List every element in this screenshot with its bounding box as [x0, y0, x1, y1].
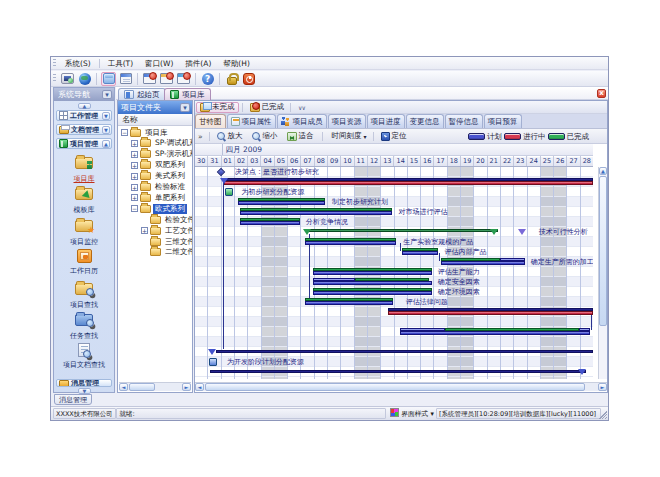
view-tab-label: 项目成员	[293, 117, 323, 127]
gantt-toolbar-separator	[373, 132, 374, 141]
menu-item-1[interactable]: 系统(S)	[59, 57, 97, 70]
gantt-vertical-scrollbar[interactable]: ▲	[598, 167, 607, 379]
filter-button-complete[interactable]: 已完成	[247, 102, 288, 113]
menu-item-5[interactable]: 帮助(H)	[217, 57, 256, 70]
tree-node-1[interactable]: −项目库	[121, 127, 170, 138]
sidebar-item-6[interactable]: 任务查找	[56, 311, 112, 341]
gantt-toolbar-button-3[interactable]: 适合	[284, 131, 319, 142]
toolbar-button-power[interactable]	[241, 72, 256, 86]
sidebar-item-3[interactable]: 项目监控	[56, 217, 112, 247]
sidebar-scroll-up-button[interactable]: ▲	[78, 103, 91, 109]
expand-plus-icon[interactable]: +	[141, 227, 148, 234]
toolbar-button-window-badge[interactable]	[159, 72, 174, 86]
toolbar-button-window-title[interactable]	[118, 72, 133, 86]
toolbar-button-chart-badge[interactable]	[176, 72, 191, 86]
gantt-day-27: 27	[567, 156, 580, 166]
filterbar-separator	[242, 103, 243, 112]
gantt-horizontal-scrollbar[interactable]: ◄►	[195, 382, 607, 391]
view-tab-5[interactable]: 项目进度	[367, 114, 405, 128]
toolbar-button-calendar-badge[interactable]	[142, 72, 157, 86]
tree-horizontal-scrollbar[interactable]: ◄►	[119, 382, 191, 391]
gantt-toolbar-button-5[interactable]: 定位	[378, 131, 412, 142]
toolbar-button-help[interactable]	[200, 72, 215, 86]
sidebar-group-1[interactable]: 工作管理▼	[56, 110, 112, 121]
interface-style-button[interactable]: 界面样式 ▾	[388, 408, 435, 419]
tree-node-6[interactable]: +检验标准	[131, 182, 187, 193]
tree-node-11[interactable]: 三维文件	[141, 236, 192, 247]
menu-item-2[interactable]: 工具(T)	[102, 57, 139, 70]
tree-column-header[interactable]: 名称	[118, 114, 192, 126]
view-tab-1[interactable]: 甘特图	[195, 114, 226, 128]
document-tab-start-page[interactable]: 起始页	[118, 88, 166, 100]
expand-plus-icon[interactable]: +	[131, 151, 138, 158]
chevron-down-icon[interactable]: ▼	[102, 126, 110, 134]
scroll-thumb[interactable]	[129, 383, 155, 391]
gantt-toolbar-button-1[interactable]: 放大	[214, 131, 248, 142]
expand-plus-icon[interactable]: +	[131, 173, 138, 180]
expand-plus-icon[interactable]: +	[131, 162, 138, 169]
sidebar-item-4[interactable]: 工作日历	[56, 248, 112, 276]
pin-icon[interactable]: ▾	[180, 103, 190, 112]
tree-node-2[interactable]: +SP-调试机系	[131, 138, 192, 149]
chevron-down-icon[interactable]: ▼	[102, 112, 110, 120]
toolbar-button-lock[interactable]	[224, 72, 239, 86]
chevron-up-icon[interactable]: ▲	[102, 140, 110, 148]
sidebar-group-bottom[interactable]: 消息管理	[56, 379, 112, 387]
view-tab-label: 项目预算	[488, 117, 518, 127]
toolbar-grip-handle[interactable]	[53, 74, 56, 83]
expand-plus-icon[interactable]: +	[131, 140, 138, 147]
tree-node-10[interactable]: +工艺文件	[141, 225, 192, 236]
scroll-left-arrow[interactable]: ◄	[195, 383, 204, 391]
toolbar-grip-handle[interactable]	[53, 59, 56, 68]
view-tab-4[interactable]: 项目资源	[328, 114, 366, 128]
document-tab-project-library[interactable]: 项目库	[164, 88, 211, 100]
tree-node-5[interactable]: +美式系列	[131, 171, 187, 182]
scroll-left-arrow[interactable]: ◄	[119, 383, 128, 391]
tree-node-label: SP-演示机系	[153, 149, 192, 159]
filter-button-label: 已完成	[262, 102, 285, 112]
scroll-right-arrow[interactable]: ►	[182, 383, 191, 391]
view-tab-3[interactable]: 项目成员	[277, 114, 327, 128]
toolbar-button-globe[interactable]	[77, 72, 92, 86]
sidebar-group-2[interactable]: 文档管理▼	[56, 124, 112, 135]
tree-node-8[interactable]: −欧式系列	[131, 203, 187, 214]
scroll-up-arrow[interactable]: ▲	[599, 167, 607, 175]
legend-swatch-1	[468, 133, 485, 140]
tree-node-3[interactable]: +SP-演示机系	[131, 149, 192, 160]
view-tab-6[interactable]: 变更信息	[406, 114, 444, 128]
scroll-thumb[interactable]	[599, 176, 607, 326]
pin-icon[interactable]: ▾	[102, 90, 112, 99]
menu-item-3[interactable]: 窗口(W)	[139, 57, 179, 70]
expand-plus-icon[interactable]: +	[131, 194, 138, 201]
view-tab-7[interactable]: 暂停信息	[445, 114, 483, 128]
gantt-toolbar-overflow[interactable]: »	[198, 132, 203, 141]
tab-close-button[interactable]: x	[597, 89, 606, 98]
view-tab-2[interactable]: 项目属性	[227, 114, 276, 128]
filter-button-incomplete[interactable]: 未完成	[196, 102, 239, 113]
gantt-toolbar-button-4[interactable]: 时间刻度▾	[327, 131, 370, 142]
sidebar-item-5[interactable]: 项目查找	[56, 280, 112, 310]
expand-minus-icon[interactable]: −	[131, 205, 138, 212]
tree-node-4[interactable]: +双肥系列	[131, 160, 187, 171]
sidebar-group-label: 项目管理	[70, 139, 98, 149]
view-tab-label: 项目进度	[371, 117, 401, 127]
gantt-bar-blue	[441, 261, 525, 265]
tree-node-12[interactable]: 二维文件	[141, 247, 192, 258]
chevrons-down-icon[interactable]: ∨∨	[298, 104, 305, 111]
sidebar-item-7[interactable]: 项目文档查找	[56, 342, 112, 370]
sidebar-group-3[interactable]: 项目管理▲	[56, 138, 112, 149]
tree-node-9[interactable]: 检验文件	[141, 214, 192, 225]
scroll-thumb[interactable]	[205, 383, 585, 391]
tree-node-7[interactable]: +单肥系列	[131, 192, 187, 203]
menu-item-4[interactable]: 插件(A)	[179, 57, 217, 70]
toolbar-button-monitor[interactable]	[60, 72, 75, 86]
message-management-tab[interactable]: 消息管理	[54, 394, 92, 405]
sidebar-item-1[interactable]: 项目库	[56, 154, 112, 184]
scroll-right-arrow[interactable]: ►	[598, 383, 607, 391]
gantt-toolbar-button-2[interactable]: 缩小	[249, 131, 283, 142]
sidebar-item-2[interactable]: 模板库	[56, 185, 112, 215]
expand-minus-icon[interactable]: −	[121, 129, 128, 136]
expand-plus-icon[interactable]: +	[131, 184, 138, 191]
view-tab-8[interactable]: 项目预算	[484, 114, 522, 128]
toolbar-button-window-blue[interactable]	[101, 72, 116, 86]
